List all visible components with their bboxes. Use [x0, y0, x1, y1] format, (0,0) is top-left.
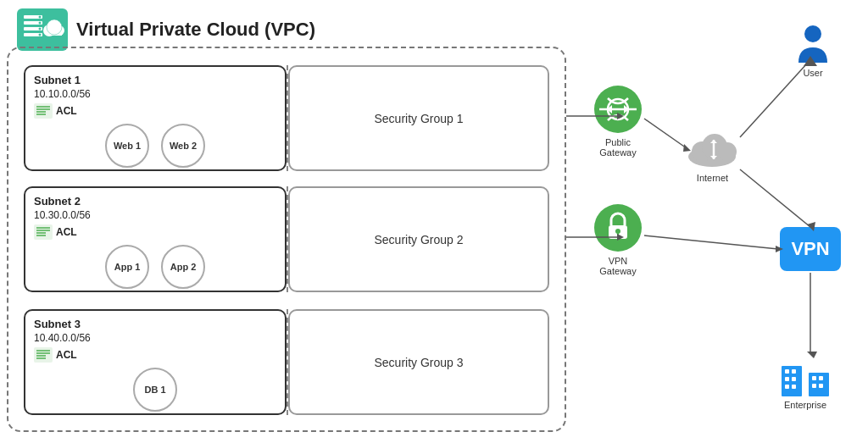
svg-rect-55 [819, 376, 823, 380]
vpn-gateway-icon [593, 203, 643, 252]
acl-row-2: ACL [34, 224, 276, 240]
public-gateway-icon [593, 85, 643, 134]
svg-rect-52 [785, 385, 789, 389]
vpn-box: VPN [780, 227, 841, 271]
diagram-container: Virtual Private Cloud (VPC) Subnet 1 10.… [0, 0, 868, 443]
svg-rect-56 [812, 384, 816, 388]
svg-point-6 [39, 22, 42, 25]
acl-icon-3 [34, 347, 53, 363]
svg-rect-54 [812, 376, 816, 380]
security-group-1: Security Group 1 [288, 65, 549, 171]
svg-point-5 [39, 16, 42, 19]
subnet-cidr-3: 10.40.0.0/56 [34, 332, 276, 344]
svg-rect-24 [34, 347, 53, 363]
svg-rect-53 [792, 385, 796, 389]
subnet-label-2: Subnet 2 [34, 195, 276, 209]
acl-label-1: ACL [56, 105, 77, 117]
vpn-gateway-label: VPNGateway [599, 256, 636, 276]
acl-row-1: ACL [34, 103, 276, 119]
svg-line-68 [740, 169, 810, 227]
instance-web2: Web 2 [161, 124, 205, 168]
instance-app1: App 1 [105, 245, 149, 289]
svg-line-62 [644, 119, 687, 148]
vpc-box: Subnet 1 10.10.0.0/56 ACL Web 1 [7, 47, 566, 432]
subnet-label-3: Subnet 3 [34, 318, 276, 332]
acl-label-3: ACL [56, 349, 77, 361]
vpc-header: Virtual Private Cloud (VPC) [17, 8, 860, 51]
internet-label: Internet [697, 173, 728, 183]
subnet-cidr-2: 10.30.0.0/56 [34, 209, 276, 221]
svg-rect-49 [792, 369, 796, 374]
instance-db1: DB 1 [133, 368, 177, 412]
vpn-gateway-group: VPNGateway [593, 203, 643, 276]
svg-rect-50 [785, 377, 789, 381]
subnet-label-1: Subnet 1 [34, 74, 276, 88]
svg-point-8 [39, 34, 42, 36]
acl-label-2: ACL [56, 226, 77, 238]
svg-point-7 [39, 28, 42, 30]
subnet-inner-3: Subnet 3 10.40.0.0/56 ACL DB 1 [24, 309, 287, 415]
enterprise-label: Enterprise [784, 400, 826, 410]
public-gateway-group: PublicGateway [593, 85, 643, 158]
svg-rect-14 [34, 103, 53, 119]
subnet-inner-1: Subnet 1 10.10.0.0/56 ACL Web 1 [24, 65, 287, 171]
svg-rect-51 [792, 377, 796, 381]
subnet-inner-2: Subnet 2 10.30.0.0/56 ACL App 1 [24, 186, 287, 292]
svg-point-41 [718, 142, 737, 161]
enterprise-group: Enterprise [780, 356, 831, 410]
public-gateway-label: PublicGateway [599, 137, 636, 158]
security-group-2: Security Group 2 [288, 186, 549, 292]
acl-icon-1 [34, 103, 53, 119]
security-group-3: Security Group 3 [288, 309, 549, 415]
enterprise-icon [780, 356, 831, 396]
vpn-box-group: VPN [780, 227, 841, 271]
acl-icon-2 [34, 224, 53, 240]
user-icon [797, 24, 829, 64]
user-label: User [803, 68, 822, 78]
svg-rect-48 [785, 369, 789, 374]
acl-row-3: ACL [34, 347, 276, 363]
subnet-cidr-1: 10.10.0.0/56 [34, 88, 276, 100]
subnet-row-3: Subnet 3 10.40.0.0/56 ACL DB 1 [24, 309, 549, 415]
instances-row-3: DB 1 [34, 368, 276, 412]
subnet-row-2: Subnet 2 10.30.0.0/56 ACL App 1 [24, 186, 549, 292]
svg-line-64 [644, 235, 778, 249]
subnet-row-1: Subnet 1 10.10.0.0/56 ACL Web 1 [24, 65, 549, 171]
internet-group: Internet [685, 131, 740, 183]
vpc-title: Virtual Private Cloud (VPC) [76, 19, 315, 41]
internet-icon [685, 131, 740, 169]
svg-rect-19 [34, 224, 53, 240]
instance-web1: Web 1 [105, 124, 149, 168]
instance-app2: App 2 [161, 245, 205, 289]
svg-point-45 [804, 25, 821, 42]
instances-row-1: Web 1 Web 2 [34, 124, 276, 168]
svg-rect-57 [819, 384, 823, 388]
user-group: User [797, 24, 829, 78]
instances-row-2: App 1 App 2 [34, 245, 276, 289]
vpc-icon [17, 8, 68, 51]
svg-rect-37 [617, 231, 619, 235]
